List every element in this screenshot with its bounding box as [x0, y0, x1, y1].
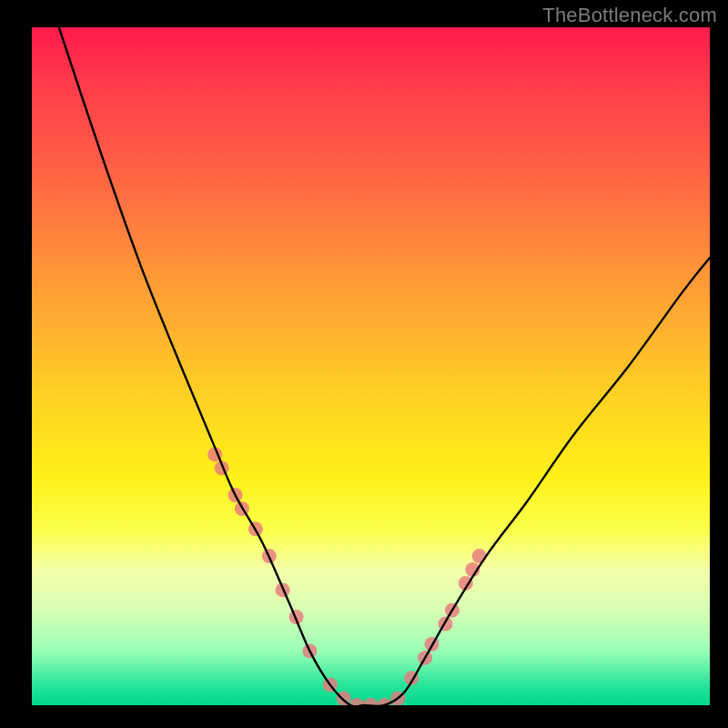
marker-dot: [276, 582, 290, 597]
marker-dot: [350, 698, 365, 705]
marker-dot: [404, 671, 419, 685]
marker-dot: [425, 637, 440, 652]
marker-dot: [445, 603, 460, 618]
marker-dot: [215, 460, 229, 475]
marker-dot: [289, 610, 304, 624]
marker-dot: [262, 549, 277, 563]
marker-dot: [364, 698, 379, 705]
marker-dot: [438, 617, 452, 632]
curve-layer: [32, 27, 710, 705]
marker-dot: [418, 651, 432, 665]
marker-dot: [207, 447, 222, 461]
bottleneck-curve: [59, 27, 710, 705]
marker-dot: [390, 692, 405, 706]
marker-dot: [465, 562, 480, 577]
marker-dot: [302, 643, 317, 658]
marker-dot: [472, 549, 487, 563]
marker-dot: [337, 692, 351, 706]
marker-dot: [323, 678, 338, 693]
watermark-text: TheBottleneck.com: [542, 4, 717, 27]
marker-dots: [207, 447, 487, 705]
marker-dot: [459, 576, 473, 591]
marker-dot: [248, 521, 263, 536]
plot-area: [32, 27, 710, 705]
chart-frame: TheBottleneck.com: [0, 0, 728, 728]
marker-dot: [228, 488, 243, 502]
marker-dot: [377, 698, 391, 705]
marker-dot: [235, 501, 249, 516]
